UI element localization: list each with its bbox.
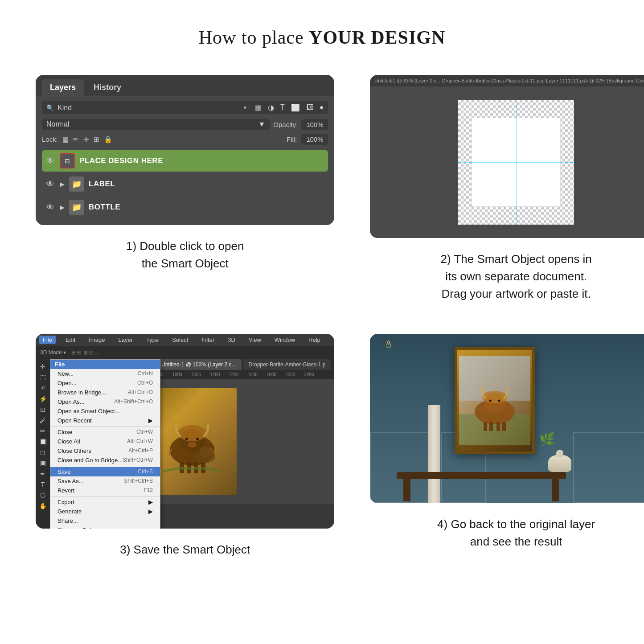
vase-neck <box>556 450 563 457</box>
dropdown-save[interactable]: SaveCtrl+S <box>50 467 160 476</box>
dropdown-generate[interactable]: Generate <box>50 507 160 516</box>
dropdown-open-as[interactable]: Open As...Alt+Shift+Ctrl+O <box>50 397 160 406</box>
dropdown-save-as[interactable]: Save As...Shift+Ctrl+S <box>50 476 160 486</box>
arrow-icon-bottle: ▶ <box>60 204 65 211</box>
ps-ruler: 500 1000 1095 1200 1400 1600 1800 2000 2… <box>152 370 334 379</box>
tool-wand[interactable]: ⚡ <box>39 395 47 402</box>
menu-file[interactable]: File <box>39 336 56 344</box>
step-1-image: Layers History 🔍 Kind ▼ ▦ ◑ T ⬜ <box>36 75 334 225</box>
tool-eraser[interactable]: ◻ <box>40 449 45 456</box>
kind-label: Kind <box>57 104 239 112</box>
dropdown-open-recent[interactable]: Open Recent <box>50 416 160 425</box>
artwork-inner <box>457 350 532 451</box>
svg-point-3 <box>185 438 188 440</box>
plant-branch: 🌿 <box>539 432 555 447</box>
layers-search-row: 🔍 Kind ▼ ▦ ◑ T ⬜ 🖼 ● <box>42 101 328 114</box>
dropdown-close-others[interactable]: Close OthersAlt+Ctrl+P <box>50 446 160 455</box>
menu-view[interactable]: View <box>245 336 265 344</box>
tool-eyedrop[interactable]: 🖊 <box>40 417 46 424</box>
dropdown-open-smart[interactable]: Open as Smart Object... <box>50 406 160 416</box>
layers-body: 🔍 Kind ▼ ▦ ◑ T ⬜ 🖼 ● <box>36 96 334 225</box>
svg-rect-22 <box>496 422 500 431</box>
tool-select[interactable]: ⬚ <box>40 373 46 381</box>
pixel-icon: ▦ <box>255 103 262 112</box>
menu-edit[interactable]: Edit <box>62 336 79 344</box>
folder-thumb-bottle: 📁 <box>69 200 84 215</box>
decorative-vase <box>548 455 571 472</box>
layer-row-design[interactable]: 👁 ⊟ PLACE DESIGN HERE <box>42 150 328 172</box>
svg-point-11 <box>200 447 211 457</box>
ps-options-bar: 3D Mode ▾ ⊞ ⊟ ⊠ ⊡ ... <box>36 346 334 359</box>
tool-move[interactable]: ✛ <box>40 363 45 370</box>
menu-type[interactable]: Type <box>143 336 162 344</box>
dropdown-open[interactable]: Open...Ctrl+O <box>50 378 160 388</box>
tool-text[interactable]: T <box>41 481 45 488</box>
tool-crop[interactable]: ⊡ <box>40 406 45 413</box>
menu-help[interactable]: Help <box>305 336 324 344</box>
wall-panel-1 <box>370 432 432 503</box>
lock-brush-icon: ✏ <box>73 135 79 144</box>
horizontal-guide <box>458 162 574 163</box>
dropdown-file-header: File <box>50 360 160 369</box>
tab-layers[interactable]: Layers <box>42 79 84 96</box>
opacity-label: Opacity: <box>273 121 298 128</box>
mode-opacity-row: Normal ▼ Opacity: 100% <box>42 119 328 130</box>
menu-image[interactable]: Image <box>85 336 108 344</box>
table-leg-left <box>403 479 410 501</box>
dropdown-close[interactable]: CloseCtrl+W <box>50 427 160 437</box>
tool-shape[interactable]: ⬡ <box>40 492 45 499</box>
layer-row-label[interactable]: 👁 ▶ 📁 LABEL <box>42 173 328 195</box>
chevron-mode-icon: ▼ <box>258 120 265 128</box>
layer-name-design: PLACE DESIGN HERE <box>79 156 324 165</box>
dropdown-revert[interactable]: RevertF12 <box>50 486 160 495</box>
tab-history[interactable]: History <box>86 79 129 96</box>
tool-gradient[interactable]: ▣ <box>40 459 46 467</box>
layer-name-bottle: BOTTLE <box>89 203 324 212</box>
opacity-input[interactable]: 100% <box>301 119 328 130</box>
dropdown-share[interactable]: Share... <box>50 516 160 525</box>
lock-label: Lock: <box>42 135 58 143</box>
menu-filter[interactable]: Filter <box>198 336 218 344</box>
tool-stamp[interactable]: 🔲 <box>39 438 47 445</box>
blend-mode-select[interactable]: Normal ▼ <box>42 119 270 130</box>
search-icon: 🔍 <box>46 104 54 111</box>
step-2: Untitled-1 @ 33% (Layer 0 e... Dropper-B… <box>370 75 644 303</box>
menu-layer[interactable]: Layer <box>115 336 137 344</box>
menu-window[interactable]: Window <box>271 336 299 344</box>
svg-point-17 <box>482 391 507 403</box>
tool-brush[interactable]: ✏ <box>40 427 45 435</box>
dropdown-close-all[interactable]: Close AllAlt+Ctrl+W <box>50 437 160 446</box>
eye-icon-bottle[interactable]: 👁 <box>45 203 55 212</box>
dropdown-export[interactable]: Export <box>50 497 160 507</box>
dropdown-new[interactable]: New...Ctrl+N <box>50 369 160 378</box>
layers-tabs: Layers History <box>36 75 334 96</box>
lock-artboard-icon: ⊞ <box>94 135 99 144</box>
dropdown-browse[interactable]: Browse in Bridge...Alt+Ctrl+O <box>50 388 160 397</box>
layer-row-bottle[interactable]: 👁 ▶ 📁 BOTTLE <box>42 197 328 218</box>
dropdown-close-bridge[interactable]: Close and Go to Bridge...Shift+Ctrl+W <box>50 455 160 465</box>
tab-untitled[interactable]: Untitled-1 @ 100% (Layer 2 c... <box>156 359 242 370</box>
tool-hand[interactable]: ✋ <box>39 502 47 509</box>
step-4-image: 🕯 <box>370 334 644 503</box>
eye-icon-label[interactable]: 👁 <box>45 180 55 189</box>
menu-select[interactable]: Select <box>168 336 192 344</box>
lock-move-icon: ✛ <box>83 135 89 144</box>
artwork-cow-svg <box>459 356 530 445</box>
ps-main-canvas: File New...Ctrl+N Open...Ctrl+O Browse i… <box>50 359 334 529</box>
file-dropdown-menu: File New...Ctrl+N Open...Ctrl+O Browse i… <box>50 359 160 529</box>
folder-thumb-label: 📁 <box>69 176 84 192</box>
step-4-caption: 4) Go back to the original layer and see… <box>437 516 595 550</box>
step-3-caption: 3) Save the Smart Object <box>120 541 250 558</box>
chevron-down-icon: ▼ <box>242 105 248 111</box>
tool-pen[interactable]: ✒ <box>40 470 45 477</box>
dropdown-behance[interactable]: Share on Behance... <box>50 525 160 529</box>
fill-input[interactable]: 100% <box>301 134 328 145</box>
ps-left-toolbar: ✛ ⬚ 𝒪 ⚡ ⊡ 🖊 ✏ 🔲 ◻ ▣ ✒ T ⬡ ✋ <box>36 359 50 529</box>
tab-dropper[interactable]: Dropper-Bottle-Amber-Glass-1 p <box>243 359 331 370</box>
eye-icon-design[interactable]: 👁 <box>45 156 55 166</box>
ps-canvas-area <box>370 86 644 238</box>
framed-artwork <box>455 347 535 454</box>
separator-3 <box>50 496 160 496</box>
tool-lasso[interactable]: 𝒪 <box>41 384 45 392</box>
menu-3d[interactable]: 3D <box>224 336 239 344</box>
